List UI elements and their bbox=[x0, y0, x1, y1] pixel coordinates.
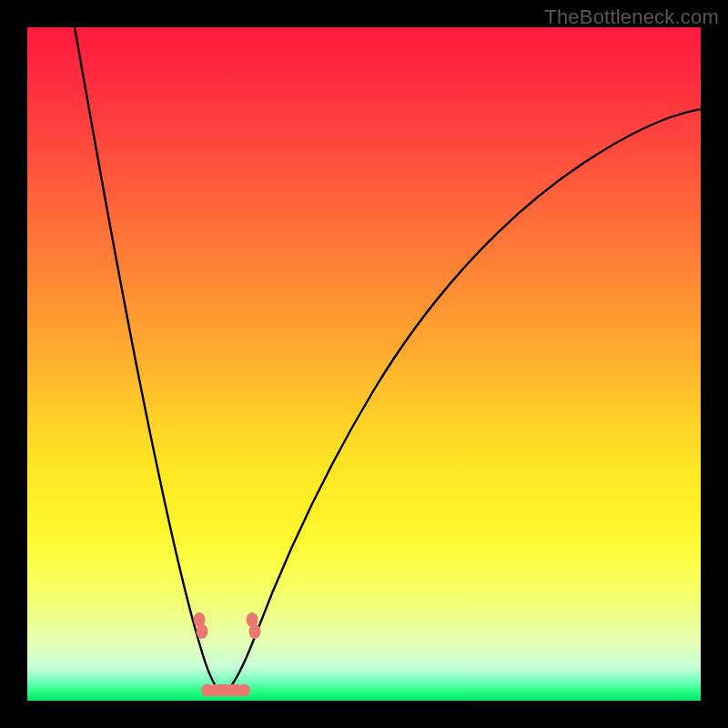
right-curve bbox=[226, 109, 701, 692]
svg-point-6 bbox=[238, 684, 250, 697]
marker-bottom-blob bbox=[201, 684, 250, 697]
chart-plot-area bbox=[27, 27, 701, 701]
chart-svg bbox=[27, 27, 701, 701]
svg-point-1 bbox=[197, 624, 208, 639]
left-curve bbox=[75, 27, 220, 692]
marker-left-pair bbox=[194, 612, 208, 639]
watermark-text: TheBottleneck.com bbox=[544, 5, 719, 29]
svg-point-3 bbox=[249, 624, 261, 639]
svg-point-5 bbox=[201, 684, 214, 697]
